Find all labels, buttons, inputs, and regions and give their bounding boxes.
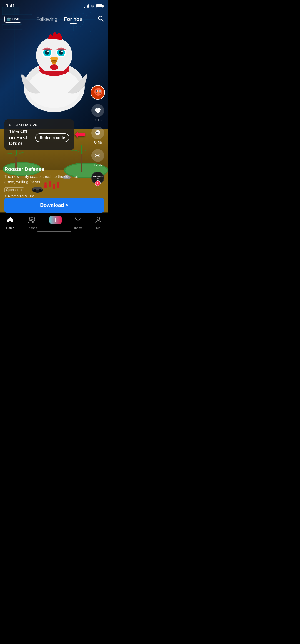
svg-point-57 xyxy=(96,90,97,92)
live-button[interactable]: 📺 LIVE xyxy=(4,16,21,23)
svg-rect-65 xyxy=(75,217,81,222)
sponsored-badge: Sponsored xyxy=(4,187,24,192)
like-action[interactable]: 991K xyxy=(91,104,104,122)
promo-overlay: ⧉ HJKLHA8120 15% Off on First Order Rede… xyxy=(4,119,74,150)
status-time: 9:41 xyxy=(6,3,15,9)
wifi-icon: ⊙ xyxy=(91,4,94,8)
top-navigation: 📺 LIVE Following For You xyxy=(0,12,108,26)
share-action[interactable]: 1256 xyxy=(91,149,104,167)
svg-point-23 xyxy=(45,50,49,55)
share-button[interactable] xyxy=(91,149,104,162)
share-count: 1256 xyxy=(94,163,102,167)
signal-icon xyxy=(84,4,89,8)
me-label: Me xyxy=(96,226,100,230)
redeem-button[interactable]: Redeem code xyxy=(35,133,69,142)
content-title: Rooster Defense xyxy=(4,167,86,172)
comment-button[interactable] xyxy=(91,127,104,139)
promo-discount: 15% Off on First Order xyxy=(9,129,32,147)
creator-avatar[interactable] xyxy=(91,85,105,100)
home-indicator xyxy=(38,231,71,232)
red-arrow-icon: ➡ xyxy=(74,126,86,142)
rooster-character xyxy=(7,12,101,118)
search-button[interactable] xyxy=(97,15,104,23)
download-button-container: Download > xyxy=(4,198,104,213)
svg-point-24 xyxy=(59,50,63,55)
arrow-indicator: ➡ xyxy=(74,126,86,142)
comment-action[interactable]: 3456 xyxy=(91,127,104,145)
promo-code: HJKLHA8120 xyxy=(14,123,37,127)
right-sidebar: + 991K 3456 1256 xyxy=(91,85,105,184)
svg-point-54 xyxy=(94,88,102,96)
svg-point-25 xyxy=(47,51,49,52)
friends-icon xyxy=(28,216,36,225)
nav-home[interactable]: Home xyxy=(6,216,14,230)
friends-label: Friends xyxy=(27,226,37,230)
status-icons: ⊙ xyxy=(84,4,103,8)
promo-code-row: ⧉ HJKLHA8120 xyxy=(9,123,69,127)
music-label: Promoted Music xyxy=(8,194,34,198)
plus-icon: + xyxy=(53,216,58,224)
svg-point-26 xyxy=(61,51,63,52)
promo-discount-row: 15% Off on First Order Redeem code xyxy=(9,129,69,147)
like-button[interactable] xyxy=(91,104,104,117)
thumbnail-text: SOMETHING GRE xyxy=(92,175,104,180)
svg-point-27 xyxy=(50,64,58,70)
profile-icon xyxy=(94,216,102,225)
home-icon xyxy=(6,216,14,225)
svg-point-62 xyxy=(99,132,99,133)
follow-plus-icon[interactable]: + xyxy=(95,180,101,186)
svg-point-61 xyxy=(98,132,98,133)
svg-point-58 xyxy=(99,90,101,92)
nav-add[interactable]: + xyxy=(49,216,62,224)
home-label: Home xyxy=(6,226,14,230)
tv-icon: 📺 xyxy=(7,17,11,21)
music-row: ♪ Promoted Music xyxy=(4,194,86,198)
add-button[interactable]: + xyxy=(49,216,62,224)
inbox-icon xyxy=(74,216,82,225)
nav-tabs: Following For You xyxy=(36,16,82,22)
nav-friends[interactable]: Friends xyxy=(27,216,37,230)
bottom-content: Rooster Defense The new party season, ru… xyxy=(4,167,86,198)
inbox-label: Inbox xyxy=(74,226,82,230)
live-label: LIVE xyxy=(12,17,19,21)
nav-inbox[interactable]: Inbox xyxy=(74,216,82,230)
music-note-icon: ♪ xyxy=(4,194,6,198)
nav-me[interactable]: Me xyxy=(94,216,102,230)
like-count: 991K xyxy=(94,118,102,122)
svg-point-66 xyxy=(97,217,100,220)
copy-icon: ⧉ xyxy=(9,123,11,127)
battery-icon xyxy=(96,4,103,8)
svg-point-60 xyxy=(96,132,97,133)
content-description: The new party season, rush to the coconu… xyxy=(4,174,86,185)
creator-avatar-section[interactable]: + xyxy=(91,85,105,100)
tab-following[interactable]: Following xyxy=(36,16,58,22)
status-bar: 9:41 ⊙ xyxy=(0,0,108,12)
comment-count: 3456 xyxy=(94,140,102,145)
download-button[interactable]: Download > xyxy=(4,198,104,213)
tab-for-you[interactable]: For You xyxy=(64,16,82,22)
svg-line-52 xyxy=(102,20,104,21)
